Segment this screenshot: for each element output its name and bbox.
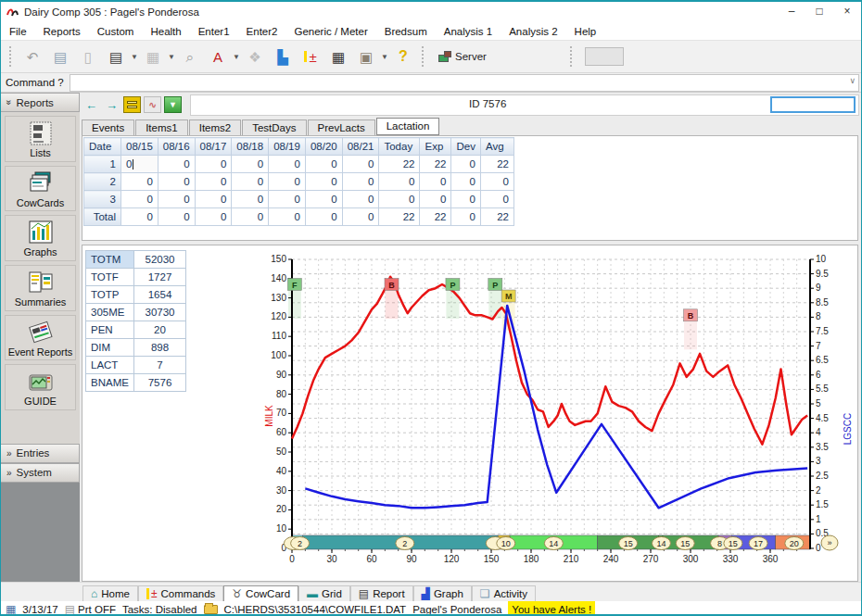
menu-item-health[interactable]: Health xyxy=(142,24,189,39)
alerts-badge[interactable]: You have Alerts ! xyxy=(508,601,595,616)
stats-label[interactable]: BNAME xyxy=(86,374,134,392)
column-header[interactable]: Exp xyxy=(420,138,451,156)
column-header[interactable]: Dev xyxy=(451,138,480,156)
table-cell[interactable]: 22 xyxy=(420,208,451,226)
tab-lactation[interactable]: Lactation xyxy=(376,118,440,135)
table-cell[interactable]: 0 xyxy=(195,208,232,226)
table-cell[interactable]: 0 xyxy=(232,156,269,173)
table-cell[interactable]: 0 xyxy=(379,191,420,208)
table-cell[interactable]: 22 xyxy=(379,156,420,173)
stats-label[interactable]: DIM xyxy=(86,339,134,357)
table-cell[interactable]: 0 xyxy=(158,173,195,191)
table-cell[interactable]: 0 xyxy=(158,191,195,208)
color-chart-icon[interactable]: ▙ xyxy=(272,45,294,68)
menu-item-custom[interactable]: Custom xyxy=(89,24,143,39)
font-icon-dropdown[interactable]: ▼ xyxy=(232,53,241,61)
grid-icon[interactable]: ▦ xyxy=(327,45,349,68)
sidebar-item-summaries[interactable]: Summaries xyxy=(5,265,76,311)
minimize-button[interactable]: – xyxy=(778,2,805,22)
commands-icon[interactable]: ± xyxy=(299,45,322,68)
table-cell[interactable]: 22 xyxy=(480,208,513,226)
page-icon[interactable]: ▯ xyxy=(77,45,99,68)
sidebar-item-guide[interactable]: GUIDE xyxy=(5,364,76,410)
stack-icon[interactable]: ▦ xyxy=(142,45,164,68)
column-header[interactable]: 08/16 xyxy=(158,138,195,156)
row-header[interactable]: Total xyxy=(84,208,121,226)
sidebar-section-system[interactable]: »System xyxy=(1,463,80,483)
font-icon[interactable]: A xyxy=(207,45,229,68)
stats-value[interactable]: 1654 xyxy=(134,286,186,304)
table-cell[interactable]: 22 xyxy=(480,156,513,173)
server-button[interactable]: Server xyxy=(438,51,487,62)
table-cell[interactable]: 0 xyxy=(342,208,379,226)
table-cell[interactable]: 22 xyxy=(420,156,451,173)
column-header[interactable]: 08/18 xyxy=(232,138,269,156)
row-header[interactable]: 3 xyxy=(84,191,121,208)
stats-value[interactable]: 52030 xyxy=(134,251,186,269)
table-cell[interactable]: 0 xyxy=(121,173,158,191)
stats-label[interactable]: PEN xyxy=(86,321,134,339)
table-cell[interactable]: 0 xyxy=(232,191,269,208)
stats-value[interactable]: 7576 xyxy=(134,374,186,392)
tab-testdays[interactable]: TestDays xyxy=(242,119,306,135)
chevron-down-icon[interactable]: ∨ xyxy=(849,76,856,85)
bottom-tab-graph[interactable]: ▟Graph xyxy=(413,585,472,601)
table-cell[interactable]: 22 xyxy=(379,208,420,226)
stats-label[interactable]: LACT xyxy=(86,357,134,374)
menu-item-bredsum[interactable]: Bredsum xyxy=(376,24,436,39)
animal-id-input[interactable] xyxy=(770,96,856,113)
column-header[interactable]: Avg xyxy=(480,138,513,156)
table-cell[interactable]: 0 xyxy=(420,173,451,191)
table-cell[interactable]: 0 xyxy=(451,173,480,191)
bottom-tab-grid[interactable]: ▬Grid xyxy=(298,585,350,601)
filter-button[interactable]: ▼ xyxy=(164,96,182,113)
stats-value[interactable]: 1727 xyxy=(134,269,186,286)
menu-item-analysis-2[interactable]: Analysis 2 xyxy=(501,24,565,39)
table-cell[interactable]: 0 xyxy=(158,156,195,173)
stats-label[interactable]: TOTM xyxy=(86,251,134,269)
help-icon[interactable]: ? xyxy=(392,45,414,68)
table-cell[interactable]: 0 xyxy=(451,156,480,173)
table-cell[interactable]: 0 xyxy=(269,191,306,208)
table-cell[interactable]: 0 xyxy=(305,191,342,208)
bottom-tab-report[interactable]: ▤Report xyxy=(350,585,413,601)
column-header[interactable]: 08/20 xyxy=(305,138,342,156)
search-icon[interactable]: ⌕ xyxy=(179,45,201,68)
table-cell[interactable]: 0 xyxy=(342,191,379,208)
stats-label[interactable]: 305ME xyxy=(86,304,134,321)
chart-button-disabled[interactable]: ∿ xyxy=(144,96,161,113)
tab-prevlacts[interactable]: PrevLacts xyxy=(308,119,375,135)
sidebar-item-lists[interactable]: Lists xyxy=(5,116,76,162)
column-header[interactable]: 08/19 xyxy=(269,138,306,156)
stats-label[interactable]: TOTP xyxy=(86,286,134,304)
safe-icon-dropdown[interactable]: ▼ xyxy=(380,53,389,61)
safe-icon[interactable]: ▣ xyxy=(355,45,377,68)
command-combobox[interactable]: ∨ xyxy=(70,74,859,92)
table-cell[interactable]: 0 xyxy=(195,173,232,191)
bottom-tab-home[interactable]: ⌂Home xyxy=(82,585,138,601)
column-header[interactable]: 08/17 xyxy=(195,138,232,156)
sidebar-item-cowcards[interactable]: CowCards xyxy=(5,166,76,212)
table-cell[interactable]: 0 xyxy=(195,156,232,173)
stats-value[interactable]: 7 xyxy=(134,357,186,374)
table-cell[interactable]: 0 xyxy=(269,156,306,173)
table-cell[interactable]: 0 xyxy=(269,173,306,191)
sidebar-section-entries[interactable]: »Entries xyxy=(1,444,80,463)
table-cell[interactable]: 0 xyxy=(480,191,513,208)
table-cell[interactable]: 0 xyxy=(269,208,306,226)
table-cell[interactable]: 0 xyxy=(158,208,195,226)
menu-item-file[interactable]: File xyxy=(1,24,35,39)
table-cell[interactable]: 0 xyxy=(420,191,451,208)
table-cell[interactable]: 0 xyxy=(451,191,480,208)
table-cell[interactable]: 0 xyxy=(305,173,342,191)
sidebar-section-reports[interactable]: »Reports xyxy=(1,93,80,112)
print-icon[interactable]: ▤ xyxy=(49,45,71,68)
prev-cow-button[interactable]: ← xyxy=(82,96,100,113)
server-grip[interactable] xyxy=(422,46,426,67)
table-cell[interactable]: 0 xyxy=(451,208,480,226)
toolbar-grip[interactable] xyxy=(9,46,14,67)
table-cell[interactable]: 0 xyxy=(121,156,158,173)
column-header[interactable]: 08/15 xyxy=(121,138,158,156)
table-cell[interactable]: 0 xyxy=(342,173,379,191)
stats-label[interactable]: TOTF xyxy=(86,269,134,286)
